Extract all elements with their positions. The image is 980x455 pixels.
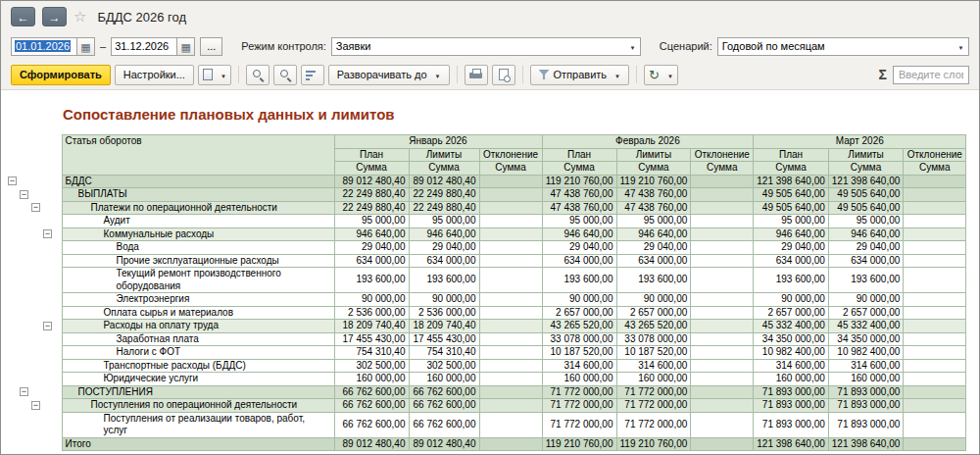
scenario-combo[interactable]: Годовой по месяцам — [717, 37, 969, 56]
value-cell[interactable]: 33 078 000,00 — [542, 332, 616, 346]
article-cell[interactable]: Транспортные расходы (БДДС) — [62, 359, 334, 373]
value-cell[interactable]: 10 982 400,00 — [754, 346, 829, 360]
value-cell[interactable]: 89 012 480,40 — [409, 175, 479, 188]
value-cell[interactable]: 95 000,00 — [334, 215, 409, 228]
value-cell[interactable]: 119 210 760,00 — [616, 175, 691, 188]
value-cell[interactable]: 49 505 640,00 — [828, 201, 904, 215]
value-cell[interactable]: 47 438 760,00 — [616, 201, 691, 215]
article-cell[interactable]: Оплата сырья и материалов — [62, 306, 334, 320]
value-cell[interactable]: 71 772 000,00 — [542, 399, 616, 413]
value-cell[interactable]: 71 893 000,00 — [754, 385, 829, 399]
value-cell[interactable]: 33 078 000,00 — [616, 332, 691, 346]
value-cell[interactable] — [691, 293, 754, 307]
value-cell[interactable] — [904, 268, 966, 293]
value-cell[interactable]: 47 438 760,00 — [616, 188, 691, 202]
value-cell[interactable]: 160 000,00 — [754, 373, 829, 386]
value-cell[interactable]: 946 640,00 — [616, 228, 691, 241]
value-cell[interactable]: 71 772 000,00 — [542, 412, 616, 437]
value-cell[interactable]: 634 000,00 — [409, 254, 479, 268]
value-cell[interactable]: 17 455 430,00 — [334, 332, 409, 346]
value-cell[interactable] — [691, 241, 754, 255]
value-cell[interactable]: 66 762 600,00 — [409, 385, 479, 399]
value-cell[interactable]: 71 772 000,00 — [616, 412, 691, 437]
value-cell[interactable]: 193 600,00 — [334, 268, 409, 293]
value-cell[interactable]: 17 455 430,00 — [409, 332, 479, 346]
date-to-input[interactable]: 31.12.2026 — [111, 37, 177, 56]
value-cell[interactable]: 49 505 640,00 — [828, 188, 904, 202]
value-cell[interactable]: 34 350 000,00 — [828, 332, 904, 346]
print-button[interactable] — [465, 65, 488, 85]
value-cell[interactable]: 71 893 000,00 — [828, 385, 904, 399]
value-cell[interactable]: 160 000,00 — [542, 373, 616, 386]
article-cell[interactable]: Заработная плата — [62, 332, 334, 346]
value-cell[interactable]: 119 210 760,00 — [542, 437, 616, 451]
date-from-calendar-button[interactable] — [77, 37, 95, 56]
value-cell[interactable]: 314 600,00 — [542, 359, 616, 373]
collapse-toggle-icon[interactable] — [20, 387, 28, 396]
value-cell[interactable]: 314 600,00 — [616, 359, 691, 373]
value-cell[interactable]: 43 265 520,00 — [616, 320, 691, 333]
value-cell[interactable]: 66 762 600,00 — [334, 385, 409, 399]
value-cell[interactable] — [691, 437, 754, 451]
value-cell[interactable] — [904, 332, 966, 346]
favorite-star-icon[interactable] — [74, 8, 86, 25]
value-cell[interactable] — [904, 412, 966, 437]
value-cell[interactable] — [691, 359, 754, 373]
value-cell[interactable] — [479, 254, 542, 268]
value-cell[interactable]: 34 350 000,00 — [754, 332, 829, 346]
value-cell[interactable]: 946 640,00 — [409, 228, 479, 241]
value-cell[interactable] — [904, 346, 966, 360]
value-cell[interactable]: 89 012 480,40 — [334, 175, 409, 188]
article-cell[interactable]: ПОСТУПЛЕНИЯ — [62, 385, 334, 399]
value-cell[interactable] — [691, 320, 754, 333]
article-cell[interactable]: БДДС — [62, 175, 334, 188]
value-cell[interactable]: 946 640,00 — [754, 228, 829, 241]
control-mode-combo[interactable]: Заявки — [331, 37, 641, 56]
value-cell[interactable]: 10 982 400,00 — [828, 346, 904, 360]
value-cell[interactable] — [479, 385, 542, 399]
value-cell[interactable]: 71 772 000,00 — [542, 385, 616, 399]
value-cell[interactable] — [691, 228, 754, 241]
value-cell[interactable]: 29 040,00 — [542, 241, 616, 255]
value-cell[interactable]: 95 000,00 — [828, 215, 904, 228]
article-cell[interactable]: ВЫПЛАТЫ — [62, 188, 334, 202]
value-cell[interactable] — [479, 306, 542, 320]
value-cell[interactable]: 45 332 400,00 — [828, 320, 904, 333]
value-cell[interactable]: 22 249 880,40 — [334, 188, 409, 202]
value-cell[interactable]: 29 040,00 — [754, 241, 829, 255]
value-cell[interactable]: 89 012 480,40 — [409, 437, 479, 451]
collapse-toggle-icon[interactable] — [31, 203, 40, 212]
value-cell[interactable] — [479, 175, 542, 188]
value-cell[interactable]: 18 209 740,40 — [409, 320, 479, 333]
value-cell[interactable] — [479, 359, 542, 373]
value-cell[interactable]: 160 000,00 — [409, 373, 479, 386]
value-cell[interactable]: 71 893 000,00 — [754, 412, 829, 437]
value-cell[interactable] — [479, 332, 542, 346]
value-cell[interactable]: 2 657 000,00 — [754, 306, 829, 320]
value-cell[interactable]: 22 249 880,40 — [334, 201, 409, 215]
value-cell[interactable]: 634 000,00 — [754, 254, 829, 268]
value-cell[interactable]: 121 398 640,00 — [828, 175, 904, 188]
value-cell[interactable] — [691, 268, 754, 293]
value-cell[interactable]: 90 000,00 — [616, 293, 691, 307]
value-cell[interactable] — [904, 437, 966, 451]
value-cell[interactable] — [691, 254, 754, 268]
value-cell[interactable] — [904, 373, 966, 386]
value-cell[interactable]: 121 398 640,00 — [828, 437, 904, 451]
value-cell[interactable]: 66 762 600,00 — [409, 399, 479, 413]
value-cell[interactable]: 2 536 000,00 — [334, 306, 409, 320]
value-cell[interactable] — [691, 346, 754, 360]
collapse-toggle-icon[interactable] — [31, 401, 40, 410]
value-cell[interactable]: 2 657 000,00 — [616, 306, 691, 320]
value-cell[interactable] — [479, 241, 542, 255]
value-cell[interactable]: 45 332 400,00 — [754, 320, 829, 333]
value-cell[interactable]: 95 000,00 — [542, 215, 616, 228]
value-cell[interactable] — [479, 268, 542, 293]
value-cell[interactable]: 946 640,00 — [334, 228, 409, 241]
value-cell[interactable]: 66 762 600,00 — [334, 412, 409, 437]
value-cell[interactable]: 29 040,00 — [828, 241, 904, 255]
value-cell[interactable]: 119 210 760,00 — [542, 175, 616, 188]
value-cell[interactable] — [479, 228, 542, 241]
value-cell[interactable]: 2 536 000,00 — [409, 306, 479, 320]
value-cell[interactable]: 95 000,00 — [754, 215, 829, 228]
